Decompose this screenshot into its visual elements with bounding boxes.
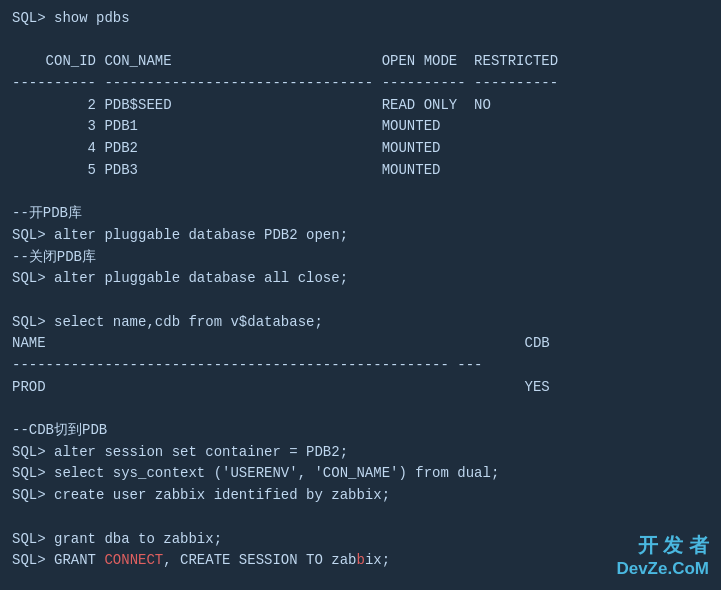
line-16: NAME CDB [12, 333, 709, 355]
line-15: SQL> select name,cdb from v$database; [12, 312, 709, 334]
terminal-window: SQL> show pdbs CON_ID CON_NAME OPEN MODE… [0, 0, 721, 590]
connect-keyword: CONNECT [104, 552, 163, 568]
line-24 [12, 507, 709, 529]
line-18: PROD YES [12, 377, 709, 399]
line-19 [12, 398, 709, 420]
line-13: SQL> alter pluggable database all close; [12, 268, 709, 290]
line-20: --CDB切到PDB [12, 420, 709, 442]
line-26: SQL> GRANT CONNECT, CREATE SESSION TO za… [12, 550, 709, 572]
cursor-highlight: b [356, 552, 364, 568]
line-25: SQL> grant dba to zabbix; [12, 529, 709, 551]
line-8: 5 PDB3 MOUNTED [12, 160, 709, 182]
line-9 [12, 182, 709, 204]
line-11: SQL> alter pluggable database PDB2 open; [12, 225, 709, 247]
line-22: SQL> select sys_context ('USERENV', 'CON… [12, 463, 709, 485]
line-10: --开PDB库 [12, 203, 709, 225]
watermark-line2: DevZe.CoM [616, 558, 709, 580]
line-1: SQL> show pdbs [12, 8, 709, 30]
watermark: 开 发 者 DevZe.CoM [616, 532, 709, 580]
line-4: ---------- -----------------------------… [12, 73, 709, 95]
line-3: CON_ID CON_NAME OPEN MODE RESTRICTED [12, 51, 709, 73]
watermark-line1: 开 发 者 [616, 532, 709, 558]
line-7: 4 PDB2 MOUNTED [12, 138, 709, 160]
line-5: 2 PDB$SEED READ ONLY NO [12, 95, 709, 117]
line-21: SQL> alter session set container = PDB2; [12, 442, 709, 464]
line-6: 3 PDB1 MOUNTED [12, 116, 709, 138]
line-2 [12, 30, 709, 52]
line-14 [12, 290, 709, 312]
line-17: ----------------------------------------… [12, 355, 709, 377]
line-23: SQL> create user zabbix identified by za… [12, 485, 709, 507]
line-12: --关闭PDB库 [12, 247, 709, 269]
